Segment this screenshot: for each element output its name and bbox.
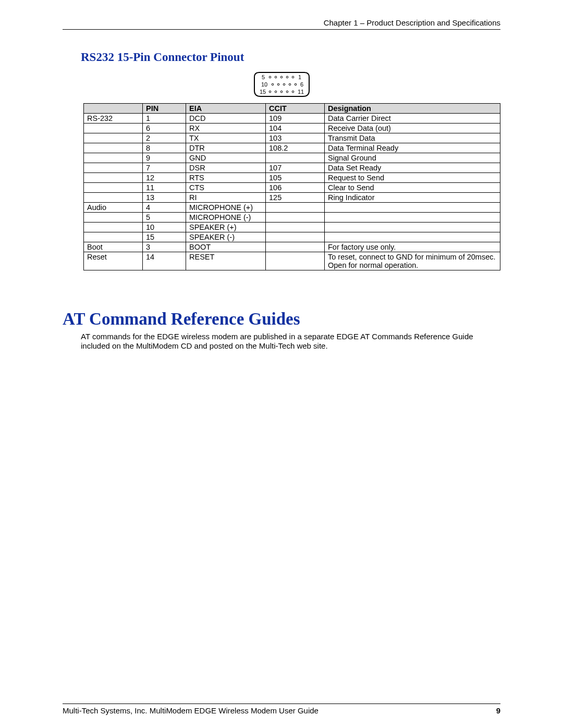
- cell-eia: SPEAKER (+): [186, 223, 266, 232]
- svg-text:5: 5: [261, 74, 264, 80]
- table-row: 2TX103Transmit Data: [84, 133, 500, 143]
- cell-group: [84, 232, 143, 242]
- cell-pin: 8: [143, 143, 186, 153]
- table-row: Audio4MICROPHONE (+): [84, 203, 500, 213]
- cell-ccit: [266, 252, 325, 270]
- table-row: Reset14RESETTo reset, connect to GND for…: [84, 252, 500, 270]
- header-ccit: CCIT: [266, 104, 325, 114]
- cell-pin: 2: [143, 133, 186, 143]
- cell-group: [84, 163, 143, 173]
- svg-text:15: 15: [259, 89, 265, 95]
- svg-point-8: [277, 83, 279, 85]
- cell-ccit: 107: [266, 163, 325, 173]
- cell-group: [84, 223, 143, 232]
- cell-designation: Clear to Send: [325, 183, 500, 193]
- table-row: 11CTS106Clear to Send: [84, 183, 500, 193]
- cell-eia: CTS: [186, 183, 266, 193]
- svg-point-7: [272, 83, 274, 85]
- svg-point-17: [286, 91, 288, 93]
- table-row: 13RI125Ring Indicator: [84, 193, 500, 203]
- cell-eia: DSR: [186, 163, 266, 173]
- svg-point-0: [269, 76, 271, 78]
- cell-designation: Data Set Ready: [325, 163, 500, 173]
- cell-designation: Data Carrier Direct: [325, 114, 500, 124]
- table-header-row: PIN EIA CCIT Designation: [84, 104, 500, 114]
- cell-ccit: 108.2: [266, 143, 325, 153]
- section-title: RS232 15-Pin Connector Pinout: [81, 51, 500, 64]
- cell-designation: Data Terminal Ready: [325, 143, 500, 153]
- cell-eia: DCD: [186, 114, 266, 124]
- cell-eia: RTS: [186, 173, 266, 183]
- cell-eia: MICROPHONE (+): [186, 203, 266, 213]
- svg-point-3: [286, 76, 288, 78]
- svg-point-2: [280, 76, 283, 78]
- cell-group: Boot: [84, 242, 143, 252]
- svg-text:1: 1: [298, 74, 301, 80]
- cell-ccit: 105: [266, 173, 325, 183]
- cell-pin: 7: [143, 163, 186, 173]
- cell-ccit: 106: [266, 183, 325, 193]
- cell-pin: 4: [143, 203, 186, 213]
- cell-eia: GND: [186, 153, 266, 163]
- table-row: 9GNDSignal Ground: [84, 153, 500, 163]
- cell-pin: 11: [143, 183, 186, 193]
- cell-ccit: [266, 242, 325, 252]
- cell-ccit: [266, 153, 325, 163]
- svg-point-14: [269, 91, 271, 93]
- cell-pin: 3: [143, 242, 186, 252]
- cell-eia: TX: [186, 133, 266, 143]
- cell-eia: RX: [186, 124, 266, 133]
- cell-ccit: 103: [266, 133, 325, 143]
- svg-point-18: [292, 91, 294, 93]
- main-heading: AT Command Reference Guides: [63, 310, 500, 329]
- svg-point-9: [283, 83, 285, 85]
- cell-group: [84, 183, 143, 193]
- cell-designation: [325, 232, 500, 242]
- table-row: 8DTR108.2Data Terminal Ready: [84, 143, 500, 153]
- body-text: AT commands for the EDGE wireless modem …: [81, 332, 500, 351]
- cell-eia: RI: [186, 193, 266, 203]
- cell-designation: Receive Data (out): [325, 124, 500, 133]
- table-row: 15SPEAKER (-): [84, 232, 500, 242]
- cell-designation: [325, 213, 500, 223]
- cell-group: [84, 213, 143, 223]
- chapter-label: Chapter 1 – Product Description and Spec…: [324, 18, 500, 27]
- cell-pin: 13: [143, 193, 186, 203]
- cell-designation: [325, 223, 500, 232]
- cell-pin: 6: [143, 124, 186, 133]
- cell-designation: For factory use only.: [325, 242, 500, 252]
- cell-designation: Request to Send: [325, 173, 500, 183]
- page-header: Chapter 1 – Product Description and Spec…: [63, 18, 500, 30]
- cell-designation: Ring Indicator: [325, 193, 500, 203]
- svg-point-16: [280, 91, 283, 93]
- table-row: 7DSR107Data Set Ready: [84, 163, 500, 173]
- cell-ccit: [266, 213, 325, 223]
- svg-point-15: [275, 91, 277, 93]
- table-row: RS-2321DCD109Data Carrier Direct: [84, 114, 500, 124]
- cell-pin: 5: [143, 213, 186, 223]
- svg-point-1: [275, 76, 277, 78]
- cell-pin: 12: [143, 173, 186, 183]
- cell-group: Reset: [84, 252, 143, 270]
- cell-eia: DTR: [186, 143, 266, 153]
- pinout-table: PIN EIA CCIT Designation RS-2321DCD109Da…: [83, 103, 500, 270]
- cell-group: [84, 124, 143, 133]
- table-row: Boot3BOOTFor factory use only.: [84, 242, 500, 252]
- cell-group: [84, 193, 143, 203]
- cell-ccit: 104: [266, 124, 325, 133]
- cell-pin: 14: [143, 252, 186, 270]
- cell-eia: RESET: [186, 252, 266, 270]
- cell-eia: SPEAKER (-): [186, 232, 266, 242]
- table-row: 12RTS105Request to Send: [84, 173, 500, 183]
- cell-group: [84, 133, 143, 143]
- cell-ccit: 109: [266, 114, 325, 124]
- table-row: 6RX104Receive Data (out): [84, 124, 500, 133]
- cell-pin: 15: [143, 232, 186, 242]
- table-row: 10SPEAKER (+): [84, 223, 500, 232]
- cell-group: RS-232: [84, 114, 143, 124]
- cell-designation: Signal Ground: [325, 153, 500, 163]
- svg-point-11: [295, 83, 297, 85]
- cell-ccit: 125: [266, 193, 325, 203]
- cell-group: Audio: [84, 203, 143, 213]
- cell-eia: BOOT: [186, 242, 266, 252]
